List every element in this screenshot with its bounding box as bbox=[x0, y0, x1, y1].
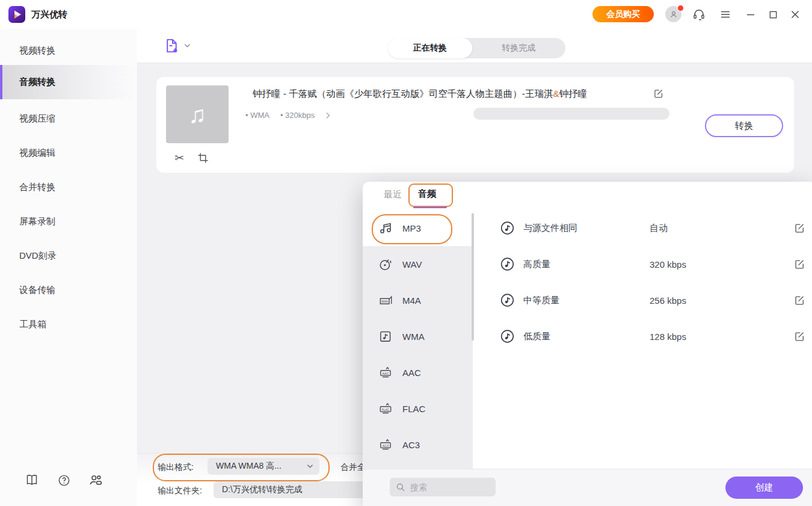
title-bar: 万兴优转 会员购买 bbox=[0, 0, 812, 29]
tab-finished[interactable]: 转换完成 bbox=[472, 38, 565, 58]
maximize-icon bbox=[769, 10, 778, 19]
flac-badge-icon: FLAC bbox=[378, 401, 393, 416]
output-format-dialog: 最近 音频 MP3 bbox=[363, 182, 812, 506]
music-notes-icon bbox=[378, 220, 393, 236]
dialog-tab-recent[interactable]: 最近 bbox=[384, 189, 402, 200]
svg-text:AC3: AC3 bbox=[383, 444, 389, 448]
preset-edit-button[interactable] bbox=[794, 223, 805, 233]
task-card: ♫ ✂ 钟抒瞳 - 千落赋（动画《少年歌行互动版》司空千落人物主题曲）-王瑞淇&… bbox=[156, 77, 794, 173]
sidebar-item-screen-record[interactable]: 屏幕录制 bbox=[0, 205, 137, 239]
m4a-badge-icon: M4A bbox=[378, 292, 393, 308]
format-item-ac3[interactable]: AC3 AC3 bbox=[363, 427, 473, 463]
dialog-footer: 创建 bbox=[363, 469, 812, 506]
people-icon bbox=[88, 472, 103, 488]
chevron-down-icon bbox=[184, 43, 191, 48]
audio-preset-icon bbox=[499, 292, 515, 309]
output-folder-label: 输出文件夹: bbox=[158, 486, 202, 496]
minimize-button[interactable] bbox=[743, 7, 758, 22]
sidebar-item-video-convert[interactable]: 视频转换 bbox=[0, 34, 137, 68]
format-item-wma[interactable]: WMA bbox=[363, 318, 473, 354]
format-item-m4a[interactable]: M4A M4A bbox=[363, 282, 473, 318]
crop-icon[interactable] bbox=[197, 152, 209, 164]
rename-edit-button[interactable] bbox=[653, 88, 663, 101]
format-search bbox=[390, 478, 496, 496]
preset-row-same-as-source[interactable]: 与源文件相同 自动 bbox=[473, 210, 812, 246]
audio-preset-icon bbox=[499, 220, 515, 236]
clip-tools: ✂ bbox=[166, 147, 256, 168]
sidebar-item-merge-convert[interactable]: 合并转换 bbox=[0, 170, 137, 205]
format-item-mp3[interactable]: MP3 bbox=[363, 210, 473, 246]
task-title: 钟抒瞳 - 千落赋（动画《少年歌行互动版》司空千落人物主题曲）-王瑞淇&钟抒瞳 bbox=[253, 88, 674, 100]
preset-edit-button[interactable] bbox=[794, 331, 805, 342]
sidebar-item-device-transfer[interactable]: 设备传输 bbox=[0, 273, 137, 307]
tab-converting[interactable]: 正在转换 bbox=[388, 38, 472, 58]
square-note-icon bbox=[378, 329, 393, 344]
minimize-icon bbox=[746, 10, 755, 19]
format-item-flac[interactable]: FLAC FLAC bbox=[363, 390, 473, 427]
chevron-down-icon bbox=[307, 464, 313, 469]
ac3-badge-icon: AC3 bbox=[378, 437, 393, 452]
music-note-icon: ♫ bbox=[188, 101, 206, 128]
vip-purchase-button[interactable]: 会员购买 bbox=[592, 6, 654, 22]
progress-bar bbox=[473, 108, 669, 120]
audio-thumbnail: ♫ bbox=[166, 85, 229, 143]
convert-button[interactable]: 转换 bbox=[705, 114, 783, 137]
svg-text:M4A: M4A bbox=[381, 300, 389, 303]
app-title: 万兴优转 bbox=[31, 0, 67, 29]
support-headset-button[interactable] bbox=[692, 7, 706, 22]
add-file-icon bbox=[164, 37, 180, 54]
aac-badge-icon: AAC bbox=[378, 365, 393, 380]
sidebar-item-toolbox[interactable]: 工具箱 bbox=[0, 307, 137, 342]
sidebar: 视频转换 音频转换 视频压缩 视频编辑 合并转换 屏幕录制 DVD刻录 设备传输… bbox=[0, 29, 138, 506]
format-list: MP3 WAV M4A bbox=[363, 210, 473, 469]
add-file-button[interactable] bbox=[164, 37, 191, 54]
sidebar-item-video-compress[interactable]: 视频压缩 bbox=[0, 102, 137, 136]
user-icon bbox=[668, 9, 679, 20]
svg-text:FLAC: FLAC bbox=[382, 408, 390, 412]
svg-text:AAC: AAC bbox=[382, 372, 389, 375]
create-button[interactable]: 创建 bbox=[725, 477, 803, 499]
output-format-label: 输出格式: bbox=[158, 462, 194, 473]
audio-preset-icon bbox=[499, 256, 515, 273]
menu-button[interactable] bbox=[718, 7, 733, 22]
preset-edit-button[interactable] bbox=[794, 295, 805, 306]
user-guide-button[interactable] bbox=[24, 472, 40, 488]
app-window: 万兴优转 会员购买 bbox=[0, 0, 812, 506]
dialog-tab-audio[interactable]: 音频 bbox=[418, 188, 436, 200]
question-circle-icon bbox=[57, 474, 71, 487]
disc-icon bbox=[378, 256, 393, 272]
search-input[interactable] bbox=[409, 482, 484, 493]
sidebar-bottom-icons bbox=[24, 472, 120, 488]
search-icon bbox=[396, 483, 405, 492]
content-toolbar: 正在转换 转换完成 bbox=[137, 29, 812, 63]
close-icon bbox=[790, 10, 800, 19]
format-item-aac[interactable]: AAC AAC bbox=[363, 354, 473, 390]
title-ampersand: & bbox=[553, 88, 559, 99]
community-button[interactable] bbox=[88, 472, 103, 488]
chevron-right-icon bbox=[325, 112, 331, 119]
notification-dot bbox=[677, 5, 684, 11]
audio-preset-icon bbox=[499, 329, 515, 345]
source-bitrate: • 320kbps bbox=[280, 111, 315, 120]
help-button[interactable] bbox=[56, 472, 72, 488]
preset-row-medium-quality[interactable]: 中等质量 256 kbps bbox=[473, 282, 812, 318]
hamburger-icon bbox=[720, 9, 731, 20]
trim-scissors-icon[interactable]: ✂ bbox=[174, 151, 184, 165]
convert-status-tabs: 正在转换 转换完成 bbox=[388, 38, 565, 58]
close-button[interactable] bbox=[788, 7, 802, 22]
task-meta: • WMA • 320kbps bbox=[245, 111, 331, 120]
book-icon bbox=[25, 473, 39, 487]
sidebar-item-audio-convert[interactable]: 音频转换 bbox=[0, 65, 137, 99]
preset-row-high-quality[interactable]: 高质量 320 kbps bbox=[473, 246, 812, 282]
preset-edit-button[interactable] bbox=[794, 259, 805, 270]
task-list-area: ♫ ✂ 钟抒瞳 - 千落赋（动画《少年歌行互动版》司空千落人物主题曲）-王瑞淇&… bbox=[137, 63, 812, 453]
headset-icon bbox=[692, 8, 706, 21]
source-format: • WMA bbox=[245, 111, 269, 120]
preset-row-low-quality[interactable]: 低质量 128 kbps bbox=[473, 318, 812, 354]
sidebar-item-video-edit[interactable]: 视频编辑 bbox=[0, 136, 137, 170]
sidebar-item-dvd-burn[interactable]: DVD刻录 bbox=[0, 239, 137, 273]
output-format-dropdown[interactable]: WMA WMA8 高... bbox=[208, 458, 319, 475]
format-item-wav[interactable]: WAV bbox=[363, 246, 473, 282]
app-logo-icon bbox=[8, 6, 25, 23]
maximize-button[interactable] bbox=[766, 7, 780, 22]
